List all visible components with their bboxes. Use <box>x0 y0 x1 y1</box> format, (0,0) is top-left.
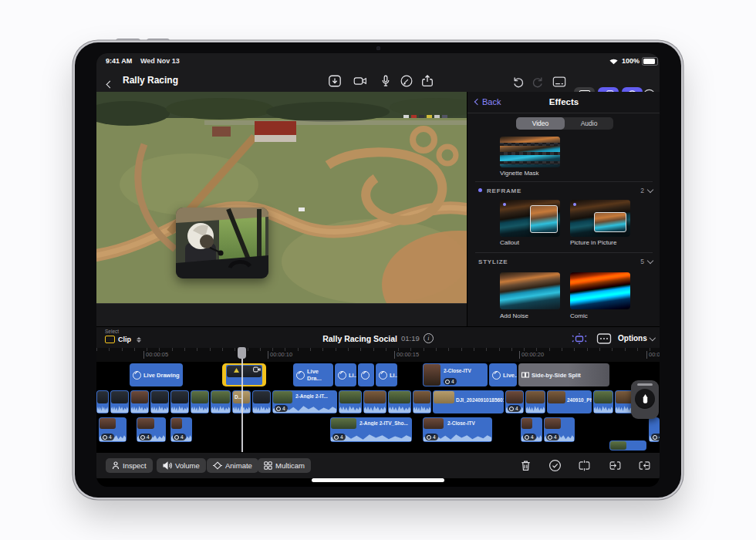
picture-in-picture-inset[interactable] <box>176 208 268 278</box>
clip-2-close-itv[interactable]: 2-Close-ITV 4 <box>423 363 488 386</box>
storyline-clip[interactable] <box>150 390 169 413</box>
delete-icon[interactable] <box>519 459 532 472</box>
pencil-draw-icon[interactable] <box>400 74 413 88</box>
effects-panel-header: Back Effects <box>467 92 660 113</box>
redo-icon[interactable] <box>531 75 545 89</box>
playhead-handle[interactable] <box>238 347 246 359</box>
pencil-dial[interactable] <box>635 389 655 409</box>
effect-thumb-vignette-mask[interactable] <box>500 137 560 167</box>
clip-live[interactable]: Live... <box>489 363 517 386</box>
storyline-clip[interactable] <box>339 390 362 413</box>
clip-side-by-side-split[interactable]: Side-by-Side Split <box>518 363 609 386</box>
storyline-clip[interactable] <box>170 390 189 413</box>
clip-live-drawing-3[interactable]: Li... <box>335 363 356 386</box>
reframe-count-value: 2 <box>640 187 644 194</box>
animate-button[interactable]: Animate <box>207 458 258 473</box>
pencil-circle-icon <box>492 371 501 380</box>
info-icon[interactable]: i <box>424 333 434 343</box>
storyline-clip[interactable] <box>96 390 109 413</box>
effect-thumb-add-noise[interactable] <box>500 272 560 309</box>
clip-thumbnail <box>424 364 440 386</box>
camera-icon[interactable] <box>353 74 367 88</box>
timeline-tracks: Live Drawing Live Dra... Li... Li... 2-C… <box>96 362 660 452</box>
clip-selected[interactable] <box>222 363 266 386</box>
playhead-line[interactable] <box>241 359 243 452</box>
overwrite-clip-icon[interactable] <box>638 459 651 472</box>
storyline-clip[interactable] <box>363 390 386 413</box>
connected-clip-2-angle-itv[interactable]: 2-Angle 2-ITV_Sho...4 <box>330 417 412 442</box>
wifi-icon <box>609 57 619 65</box>
undo-icon[interactable] <box>511 75 525 89</box>
timeline-project-title: Rally Racing Social <box>322 334 397 343</box>
options-menu[interactable]: Options <box>618 334 654 343</box>
bottom-toolbar: Inspect Volume Animate Multicam <box>96 452 660 478</box>
split-clip-icon[interactable] <box>578 459 591 472</box>
storyline-clip[interactable] <box>413 390 431 413</box>
connected-clip[interactable]: 4 <box>521 417 542 442</box>
effect-thumb-callout[interactable] <box>500 200 560 237</box>
storyline-clip[interactable]: 4 <box>505 390 524 413</box>
front-camera <box>376 46 380 50</box>
storyline-clip[interactable] <box>211 390 231 413</box>
timeline-overview-icon[interactable] <box>596 332 612 345</box>
ruler-tick-label: 00:00:05 <box>143 351 168 359</box>
clip-label: Live... <box>503 372 517 379</box>
section-reframe-count[interactable]: 2 <box>640 187 653 194</box>
multicam-badge: 4 <box>101 434 114 440</box>
insert-clip-icon[interactable] <box>609 459 622 472</box>
storyline-clip[interactable] <box>525 390 545 413</box>
captions-icon[interactable] <box>552 75 566 89</box>
volume-button[interactable]: Volume <box>157 458 206 473</box>
multicam-badge: 4 <box>444 378 457 385</box>
share-icon[interactable] <box>420 74 434 88</box>
tab-video[interactable]: Video <box>516 117 565 130</box>
multicam-badge: 4 <box>332 434 346 440</box>
storyline-clip[interactable] <box>130 390 149 413</box>
video-preview[interactable] <box>96 92 467 303</box>
connected-clip-2-close-itv[interactable]: 2-Close-ITV4 <box>423 417 492 442</box>
effect-thumb-comic[interactable] <box>570 272 630 309</box>
pencil-tool-palette[interactable] <box>631 380 659 419</box>
pencil-circle-icon <box>379 371 387 380</box>
connected-clip[interactable]: 4 <box>99 417 127 442</box>
ipad-device-frame: 9:41 AM Wed Nov 13 100% Rally Racing <box>75 42 681 498</box>
connected-clip[interactable]: 4 <box>170 417 192 442</box>
done-check-icon[interactable] <box>548 459 562 472</box>
back-chevron-icon[interactable] <box>107 76 113 90</box>
connected-clip-lower[interactable] <box>609 440 646 451</box>
home-indicator[interactable] <box>312 478 444 482</box>
storyline-clip-2-angle[interactable]: 2-Angle 2-IT...4 <box>272 390 337 413</box>
storyline-clip-240910[interactable]: 240910_Ph... <box>547 390 592 413</box>
stylize-count-value: 5 <box>640 258 644 265</box>
timeline-ruler[interactable]: 00:00:05 00:00:10 00:00:15 00:00:20 00:0… <box>96 348 660 362</box>
clip-live-drawing[interactable]: Live Drawing <box>130 363 183 386</box>
microphone-icon[interactable] <box>379 74 393 88</box>
drag-handle[interactable] <box>637 383 653 386</box>
magnetic-timeline-icon[interactable] <box>572 332 587 345</box>
clip-live-drawing-4[interactable]: Li... <box>376 363 397 386</box>
page-background: 9:41 AM Wed Nov 13 100% Rally Racing <box>0 0 756 540</box>
clip-live-drawing-2[interactable]: Live Dra... <box>293 363 333 386</box>
effect-thumb-picture-in-picture[interactable] <box>570 200 630 237</box>
connected-clip[interactable]: 4 <box>544 417 575 442</box>
pencil-circle-icon <box>338 371 346 380</box>
effect-label-picture-in-picture: Picture in Picture <box>570 239 616 246</box>
connected-clip-partial[interactable]: 4 <box>649 417 660 442</box>
connected-clip[interactable]: 4 <box>137 417 166 442</box>
inspect-button[interactable]: Inspect <box>106 458 153 473</box>
effect-label-comic: Comic <box>570 312 588 319</box>
clip-small[interactable] <box>358 363 374 386</box>
storyline-clip[interactable] <box>388 390 411 413</box>
storyline-clip[interactable] <box>191 390 209 413</box>
section-stylize-count[interactable]: 5 <box>640 258 653 265</box>
clip-label: Side-by-Side Split <box>532 372 581 379</box>
storyline-clip[interactable] <box>593 390 613 413</box>
storyline-clip[interactable] <box>110 390 129 413</box>
storyline-clip-dji[interactable]: DJI_20240910185601_... <box>433 390 504 413</box>
driver-cam-footage <box>176 208 268 278</box>
ruler-ticks <box>96 348 660 351</box>
multicam-button[interactable]: Multicam <box>258 458 311 473</box>
import-media-icon[interactable] <box>328 74 342 88</box>
tab-audio[interactable]: Audio <box>565 117 613 130</box>
storyline-clip[interactable] <box>252 390 271 413</box>
